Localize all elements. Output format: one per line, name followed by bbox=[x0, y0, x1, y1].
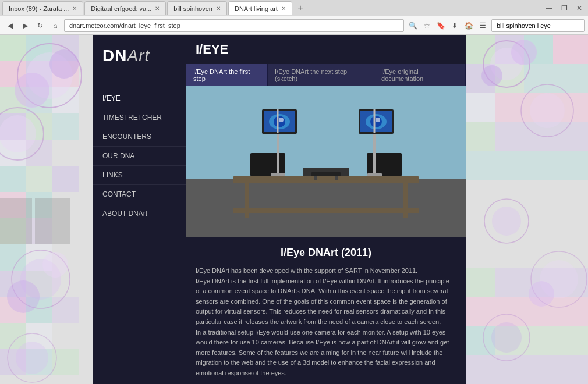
main-content: I/EYE I/Eye DNArt the first step I/Eye D… bbox=[186, 35, 466, 384]
svg-rect-14 bbox=[0, 166, 26, 192]
svg-rect-52 bbox=[466, 355, 588, 384]
svg-point-57 bbox=[0, 108, 44, 160]
svg-point-66 bbox=[490, 48, 523, 80]
svg-rect-31 bbox=[26, 349, 52, 375]
svg-point-64 bbox=[16, 342, 48, 374]
svg-rect-23 bbox=[0, 271, 26, 297]
search-input[interactable] bbox=[491, 19, 585, 32]
svg-rect-7 bbox=[52, 61, 79, 87]
svg-rect-86 bbox=[250, 153, 285, 176]
svg-rect-42 bbox=[466, 93, 495, 122]
tab-close-inbox[interactable]: ✕ bbox=[72, 5, 77, 12]
tab-bill[interactable]: bill spinhoven ✕ bbox=[167, 1, 227, 15]
star-icon[interactable]: ☆ bbox=[420, 19, 433, 32]
svg-point-71 bbox=[484, 199, 529, 243]
tab-original-doc[interactable]: I/Eye original documentation bbox=[374, 64, 466, 86]
svg-rect-2 bbox=[0, 61, 26, 87]
reload-button[interactable]: ↻ bbox=[34, 19, 47, 32]
tab-close-bill[interactable]: ✕ bbox=[216, 5, 221, 12]
svg-point-76 bbox=[483, 314, 530, 361]
tab-dnart[interactable]: DNArt living art ✕ bbox=[228, 1, 292, 15]
svg-rect-5 bbox=[26, 87, 52, 113]
nav-item-timestretcher[interactable]: TIMESTRETCHER bbox=[93, 108, 186, 127]
nav-item-contact[interactable]: CONTACT bbox=[93, 185, 186, 204]
svg-point-61 bbox=[7, 280, 40, 313]
svg-rect-30 bbox=[0, 349, 26, 375]
svg-rect-19 bbox=[0, 218, 26, 244]
menu-icon[interactable]: ☰ bbox=[476, 19, 489, 32]
nav-item-links[interactable]: LINKS bbox=[93, 166, 186, 185]
svg-point-77 bbox=[491, 322, 522, 353]
nav-item-ieye[interactable]: I/EYE bbox=[93, 89, 186, 108]
bookmark-icon[interactable]: 🔖 bbox=[434, 19, 447, 32]
logo: DNArt bbox=[102, 47, 177, 65]
svg-rect-0 bbox=[0, 35, 26, 61]
svg-point-74 bbox=[540, 260, 578, 298]
svg-rect-6 bbox=[52, 35, 79, 61]
artwork-image bbox=[186, 86, 466, 237]
tab-digitaal[interactable]: Digitaal erfgoed: va... ✕ bbox=[84, 1, 166, 15]
browser-chrome: Inbox (89) - Zarafa ... ✕ Digitaal erfgo… bbox=[0, 0, 588, 35]
nav-item-encounters[interactable]: ENCOUNTERS bbox=[93, 127, 186, 147]
svg-rect-90 bbox=[314, 176, 317, 180]
svg-rect-13 bbox=[26, 140, 52, 166]
tab-close-dnart[interactable]: ✕ bbox=[281, 5, 286, 12]
nav-menu: I/EYE TIMESTRETCHER ENCOUNTERS OUR DNA L… bbox=[93, 89, 186, 223]
svg-rect-11 bbox=[52, 113, 79, 140]
tab-first-step[interactable]: I/Eye DNArt the first step bbox=[186, 64, 268, 86]
svg-point-65 bbox=[483, 41, 530, 87]
artwork-svg bbox=[186, 86, 466, 237]
svg-rect-3 bbox=[26, 61, 52, 87]
home2-icon[interactable]: 🏠 bbox=[462, 19, 475, 32]
back-button[interactable]: ◀ bbox=[3, 19, 16, 32]
svg-rect-38 bbox=[553, 35, 588, 64]
search-icon[interactable]: 🔍 bbox=[406, 19, 419, 32]
nav-item-about[interactable]: ABOUT DNArt bbox=[93, 204, 186, 223]
tab-close-digitaal[interactable]: ✕ bbox=[155, 5, 160, 12]
toolbar-icons: 🔍 ☆ 🔖 ⬇ 🏠 ☰ bbox=[406, 19, 489, 32]
address-input[interactable] bbox=[64, 19, 404, 32]
new-tab-button[interactable]: + bbox=[293, 1, 307, 15]
svg-rect-21 bbox=[0, 244, 26, 271]
svg-rect-45 bbox=[495, 122, 588, 151]
svg-point-104 bbox=[370, 116, 382, 127]
address-bar: ◀ ▶ ↻ ⌂ 🔍 ☆ 🔖 ⬇ 🏠 ☰ bbox=[0, 16, 588, 35]
svg-rect-93 bbox=[271, 173, 285, 176]
download-icon[interactable]: ⬇ bbox=[448, 19, 461, 32]
nav-item-our-dna[interactable]: OUR DNA bbox=[93, 147, 186, 166]
svg-rect-37 bbox=[524, 35, 553, 64]
svg-point-105 bbox=[376, 118, 380, 122]
close-window-button[interactable]: ✕ bbox=[573, 2, 586, 15]
svg-point-55 bbox=[15, 73, 49, 108]
artwork-description: I/Eye DNArt has been developed with the … bbox=[196, 266, 456, 379]
home-button[interactable]: ⌂ bbox=[49, 19, 62, 32]
svg-rect-100 bbox=[367, 173, 382, 176]
svg-point-54 bbox=[26, 52, 73, 99]
svg-rect-15 bbox=[26, 166, 52, 192]
content-body: I/Eye DNArt (2011) I/Eye DNArt has been … bbox=[186, 237, 466, 384]
tab-next-step[interactable]: I/Eye DNArt the next step (sketch) bbox=[268, 64, 374, 86]
svg-point-72 bbox=[492, 207, 521, 236]
svg-rect-44 bbox=[466, 122, 495, 151]
svg-point-53 bbox=[17, 44, 82, 108]
svg-rect-43 bbox=[495, 93, 588, 122]
svg-rect-85 bbox=[233, 208, 419, 213]
tab-inbox[interactable]: Inbox (89) - Zarafa ... ✕ bbox=[2, 1, 83, 15]
svg-point-60 bbox=[20, 259, 61, 300]
svg-point-98 bbox=[279, 118, 284, 122]
svg-rect-25 bbox=[0, 297, 26, 323]
svg-point-63 bbox=[8, 333, 56, 382]
svg-rect-92 bbox=[277, 133, 279, 173]
restore-button[interactable]: ❐ bbox=[558, 2, 571, 15]
svg-rect-34 bbox=[0, 198, 32, 244]
svg-rect-27 bbox=[52, 297, 79, 323]
svg-point-97 bbox=[274, 116, 285, 127]
svg-rect-50 bbox=[466, 326, 495, 355]
svg-rect-87 bbox=[367, 153, 402, 176]
svg-rect-16 bbox=[52, 166, 79, 192]
svg-rect-35 bbox=[466, 35, 495, 64]
forward-button[interactable]: ▶ bbox=[19, 19, 31, 32]
minimize-button[interactable]: — bbox=[543, 2, 555, 15]
svg-rect-17 bbox=[0, 192, 26, 218]
svg-point-70 bbox=[530, 93, 565, 128]
